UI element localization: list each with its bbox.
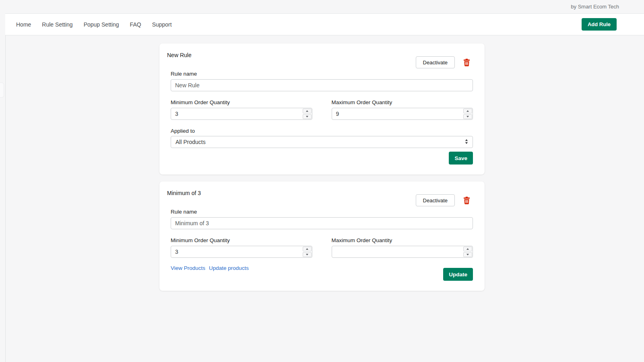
- deactivate-button[interactable]: Deactivate: [416, 56, 455, 68]
- update-button[interactable]: Update: [443, 268, 473, 281]
- max-qty-stepper: [463, 109, 472, 119]
- min-qty-stepper: [303, 109, 312, 119]
- applied-to-value: All Products: [175, 139, 206, 145]
- rule-name-label: Rule name: [171, 209, 473, 215]
- rule-name-input[interactable]: [171, 79, 473, 91]
- max-qty-input[interactable]: [332, 108, 473, 120]
- deactivate-button[interactable]: Deactivate: [416, 194, 455, 206]
- product-links: View Products Update products: [171, 265, 249, 271]
- spinner-up-icon[interactable]: [463, 109, 472, 113]
- view-products-link[interactable]: View Products: [171, 265, 205, 271]
- rule-name-input[interactable]: [171, 217, 473, 229]
- topbar: by Smart Ecom Tech: [0, 0, 644, 13]
- rule-card-minimum-of-3: Minimum of 3 Deactivate: [159, 181, 485, 291]
- nav-item-home[interactable]: Home: [16, 21, 31, 28]
- max-qty-input[interactable]: [332, 246, 473, 258]
- max-qty-label: Maximum Order Quantity: [332, 99, 473, 106]
- nav-item-support[interactable]: Support: [152, 21, 172, 28]
- left-frame-divider: [5, 13, 6, 362]
- save-button[interactable]: Save: [449, 152, 473, 165]
- min-qty-input[interactable]: [171, 246, 312, 258]
- update-products-link[interactable]: Update products: [209, 265, 249, 271]
- rule-card-actions: Deactivate: [416, 56, 470, 68]
- trash-icon: [463, 62, 470, 68]
- spinner-down-icon[interactable]: [303, 114, 312, 119]
- nav-item-popup-setting[interactable]: Popup Setting: [84, 21, 119, 28]
- min-qty-label: Minimum Order Quantity: [171, 237, 312, 244]
- min-qty-label: Minimum Order Quantity: [171, 99, 312, 106]
- rule-card-actions: Deactivate: [416, 194, 470, 206]
- spinner-up-icon[interactable]: [303, 247, 312, 251]
- applied-to-label: Applied to: [171, 128, 473, 134]
- min-qty-stepper: [303, 247, 312, 257]
- add-rule-button[interactable]: Add Rule: [582, 18, 617, 30]
- content-area: New Rule Deactivate: [0, 35, 644, 291]
- updown-arrows-icon: [465, 139, 468, 145]
- delete-rule-button[interactable]: [463, 59, 470, 66]
- max-qty-stepper: [463, 247, 472, 257]
- left-edge-tab: [0, 82, 4, 98]
- rule-card-new-rule: New Rule Deactivate: [159, 43, 485, 175]
- spinner-up-icon[interactable]: [303, 109, 312, 113]
- min-qty-input[interactable]: [171, 108, 312, 120]
- quantity-row: Minimum Order Quantity Maximum Order Qua…: [171, 237, 473, 258]
- nav-item-rule-setting[interactable]: Rule Setting: [42, 21, 72, 28]
- delete-rule-button[interactable]: [463, 197, 470, 204]
- spinner-down-icon[interactable]: [303, 252, 312, 257]
- trash-icon: [463, 200, 470, 206]
- quantity-row: Minimum Order Quantity Maximum Order Qua…: [171, 99, 473, 120]
- rule-name-label: Rule name: [171, 71, 473, 77]
- spinner-up-icon[interactable]: [463, 247, 472, 251]
- spinner-down-icon[interactable]: [463, 252, 472, 257]
- nav-item-faq[interactable]: FAQ: [130, 21, 141, 28]
- max-qty-label: Maximum Order Quantity: [332, 237, 473, 244]
- spinner-down-icon[interactable]: [463, 114, 472, 119]
- applied-to-select[interactable]: All Products: [171, 136, 473, 148]
- app-byline: by Smart Ecom Tech: [571, 4, 619, 10]
- main-navbar: Home Rule Setting Popup Setting FAQ Supp…: [5, 13, 644, 35]
